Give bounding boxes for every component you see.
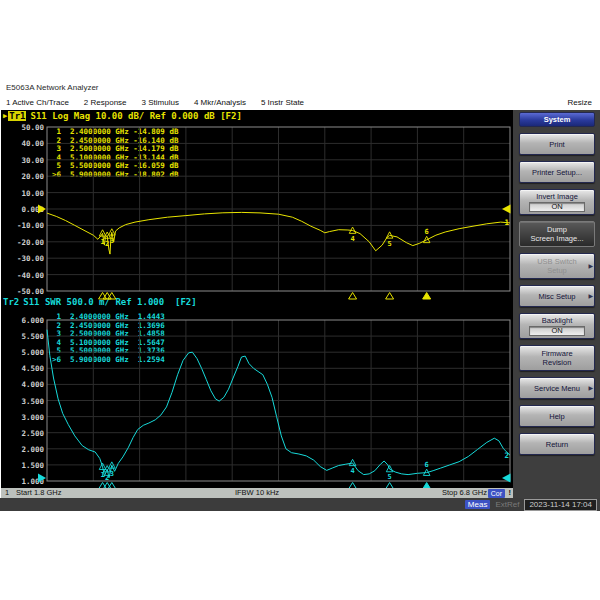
marker-5[interactable]: 5 <box>386 232 393 248</box>
marker-number: 5 <box>388 473 392 481</box>
softkey-return[interactable]: Return <box>519 433 595 455</box>
softkey-printer-setup[interactable]: Printer Setup... <box>519 161 595 183</box>
softkey-help[interactable]: Help <box>519 405 595 427</box>
marker-4-stimulus-indicator[interactable] <box>349 293 357 300</box>
marker-number: 2 <box>105 240 109 248</box>
extref-indicator: ExtRef <box>495 500 519 509</box>
ifbw-readout: IFBW 10 kHz <box>235 488 279 498</box>
softkey-label: Help <box>549 412 564 421</box>
marker-5[interactable]: 5 <box>386 465 393 481</box>
softkey-backlight[interactable]: BacklightON <box>519 313 595 339</box>
marker-number: 1 <box>100 471 104 479</box>
softkey-label: Firmware <box>541 349 572 358</box>
ref-level-indicator-left[interactable] <box>38 205 46 214</box>
marker-number: 5 <box>388 240 392 248</box>
submenu-arrow-icon: ▶ <box>588 384 593 393</box>
trace2-graph: 1234562 <box>38 320 511 489</box>
trace1-graph: 1234561 <box>38 127 511 299</box>
trace-end-label: 2 <box>505 451 510 460</box>
marker-number: 6 <box>425 228 429 236</box>
softkey-menu-title: System <box>519 112 595 127</box>
softkey-misc-setup[interactable]: Misc Setup▶ <box>519 285 595 307</box>
softkey-label: Dump <box>547 225 567 234</box>
softkey-label: Backlight <box>542 316 572 325</box>
softkey-service-menu[interactable]: Service Menu▶ <box>519 377 595 399</box>
softkey-label: Invert Image <box>536 192 578 201</box>
marker-6[interactable]: 6 <box>423 461 430 476</box>
softkey-usb-switch-setup[interactable]: USB SwitchSetup▶ <box>519 253 595 279</box>
start-frequency-readout: Start 1.8 GHz <box>16 488 61 498</box>
submenu-arrow-icon: ▶ <box>588 292 593 301</box>
marker-number: 4 <box>350 235 354 243</box>
marker-number: 6 <box>425 461 429 469</box>
marker-4[interactable]: 4 <box>349 227 356 243</box>
marker-6-stimulus-indicator[interactable] <box>423 293 431 300</box>
stop-frequency-readout: Stop 6.8 GHz <box>442 488 487 498</box>
trace-end-label: 1 <box>505 218 510 227</box>
softkey-label: USB Switch <box>537 257 577 266</box>
marker-6[interactable]: 6 <box>423 228 430 243</box>
softkey-label: Service Menu <box>534 384 580 393</box>
alert-indicator: ! <box>509 488 512 498</box>
correction-badge: Cor <box>488 489 505 498</box>
softkey-invert-image[interactable]: Invert ImageON <box>519 189 595 215</box>
marker-5-stimulus-indicator[interactable] <box>386 293 394 300</box>
softkey-label: Screen Image... <box>531 234 584 243</box>
grid <box>47 320 510 481</box>
marker-4[interactable]: 4 <box>349 459 356 475</box>
submenu-arrow-icon: ▶ <box>588 262 593 271</box>
channel-number: 1 <box>5 488 9 498</box>
grid <box>47 127 510 291</box>
softkey-label: Revision <box>543 358 572 367</box>
ref-level-indicator-left[interactable] <box>38 474 46 483</box>
datetime-display: 2023-11-14 17:04 <box>524 499 597 511</box>
marker-number: 2 <box>105 474 109 482</box>
marker-number: 4 <box>350 467 354 475</box>
softkey-label: Printer Setup... <box>532 168 582 177</box>
softkey-print[interactable]: Print <box>519 133 595 155</box>
status-bar: 1 Start 1.8 GHz IFBW 10 kHz Stop 6.8 GHz… <box>1 488 513 498</box>
marker-number: 1 <box>100 238 104 246</box>
ref-level-indicator-right[interactable] <box>502 205 511 214</box>
softkey-dump-screen-image[interactable]: DumpScreen Image... <box>519 221 595 247</box>
marker-number: 3 <box>110 470 114 478</box>
softkey-firmware-revision[interactable]: FirmwareRevision <box>519 345 595 371</box>
softkey-value: ON <box>529 202 586 212</box>
softkey-value: ON <box>529 326 586 336</box>
meas-status-badge: Meas <box>465 500 491 509</box>
softkey-label: Return <box>546 440 569 449</box>
softkey-menu: System PrintPrinter Setup...Invert Image… <box>513 110 600 498</box>
softkey-label: Setup <box>547 266 567 275</box>
marker-number: 3 <box>110 237 114 245</box>
softkey-label: Print <box>549 140 564 149</box>
instrument-status-bar: Meas ExtRef 2023-11-14 17:04 <box>0 498 600 511</box>
softkey-label: Misc Setup <box>538 292 575 301</box>
